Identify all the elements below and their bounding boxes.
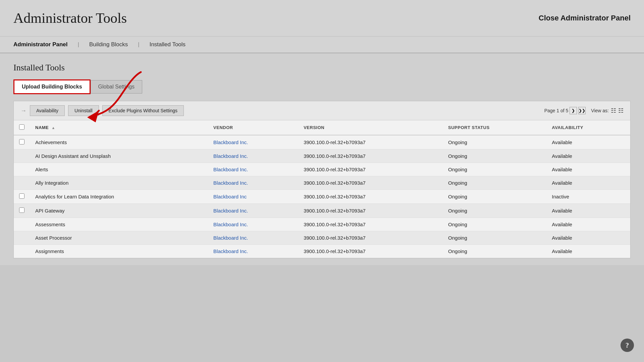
vendor-link[interactable]: Blackboard Inc: [213, 194, 247, 199]
row-availability: Available: [546, 176, 630, 190]
row-checkbox-cell: [14, 204, 30, 218]
row-vendor[interactable]: Blackboard Inc.: [208, 135, 298, 149]
close-panel-link[interactable]: Close Administrator Panel: [539, 14, 631, 22]
vendor-link[interactable]: Blackboard Inc.: [213, 153, 248, 159]
arrow-icon: →: [20, 107, 26, 114]
row-checkbox[interactable]: [19, 207, 24, 213]
page-info: Page 1 of 5: [544, 108, 569, 113]
table-container: → Availability Uninstall Exclude Plugins…: [13, 101, 631, 258]
table-header-row: NAME ▲ VENDOR VERSION SUPPORT STATUS AVA…: [14, 120, 630, 135]
exclude-plugins-button[interactable]: Exclude Plugins Without Settings: [102, 105, 184, 116]
row-name: API Gateway: [30, 204, 208, 218]
table-row: API GatewayBlackboard Inc.3900.100.0-rel…: [14, 204, 630, 218]
section-title: Installed Tools: [13, 63, 631, 73]
row-vendor[interactable]: Blackboard Inc.: [208, 245, 298, 258]
row-checkbox-cell: [14, 245, 30, 258]
table-row: AI Design Assistant and UnsplashBlackboa…: [14, 149, 630, 163]
header: Administrator Tools Close Administrator …: [0, 0, 644, 37]
view-as: View as: ☷ ☷: [591, 107, 624, 114]
col-header-vendor: VENDOR: [208, 120, 298, 135]
row-name: Ally Integration: [30, 176, 208, 190]
data-table: NAME ▲ VENDOR VERSION SUPPORT STATUS AVA…: [14, 120, 630, 258]
col-header-version: VERSION: [298, 120, 443, 135]
row-vendor[interactable]: Blackboard Inc.: [208, 176, 298, 190]
vendor-link[interactable]: Blackboard Inc.: [213, 235, 248, 241]
col-header-availability: AVAILABILITY: [546, 120, 630, 135]
row-version: 3900.100.0-rel.32+b7093a7: [298, 231, 443, 245]
select-all-checkbox[interactable]: [19, 124, 24, 130]
row-availability: Available: [546, 245, 630, 258]
breadcrumb-admin-panel[interactable]: Administrator Panel: [13, 41, 68, 48]
availability-button[interactable]: Availability: [30, 105, 65, 116]
page-next-button[interactable]: ❯: [570, 107, 577, 114]
row-checkbox-cell: [14, 218, 30, 231]
row-availability: Available: [546, 149, 630, 163]
row-availability: Inactive: [546, 190, 630, 204]
row-availability: Available: [546, 218, 630, 231]
row-vendor[interactable]: Blackboard Inc.: [208, 231, 298, 245]
toolbar-left: → Availability Uninstall Exclude Plugins…: [20, 105, 184, 116]
row-vendor[interactable]: Blackboard Inc.: [208, 204, 298, 218]
page-last-button[interactable]: ❯❯: [578, 107, 586, 114]
table-row: Asset ProcessorBlackboard Inc.3900.100.0…: [14, 231, 630, 245]
row-checkbox-cell: [14, 135, 30, 149]
row-support-status: Ongoing: [443, 163, 546, 176]
breadcrumb-sep-1: |: [78, 41, 79, 48]
upload-building-blocks-button[interactable]: Upload Building Blocks: [13, 79, 91, 94]
breadcrumb-sep-2: |: [138, 41, 139, 48]
toolbar-right: Page 1 of 5 ❯ ❯❯ View as: ☷ ☷: [544, 107, 624, 114]
row-name: AI Design Assistant and Unsplash: [30, 149, 208, 163]
page-nav: Page 1 of 5 ❯ ❯❯: [544, 107, 586, 114]
row-version: 3900.100.0-rel.32+b7093a7: [298, 135, 443, 149]
row-vendor[interactable]: Blackboard Inc: [208, 190, 298, 204]
row-vendor[interactable]: Blackboard Inc.: [208, 163, 298, 176]
row-name: Asset Processor: [30, 231, 208, 245]
uninstall-button[interactable]: Uninstall: [68, 105, 99, 116]
table-row: AssignmentsBlackboard Inc.3900.100.0-rel…: [14, 245, 630, 258]
row-name: Achievements: [30, 135, 208, 149]
vendor-link[interactable]: Blackboard Inc.: [213, 208, 248, 214]
page-title: Administrator Tools: [13, 10, 127, 26]
vendor-link[interactable]: Blackboard Inc.: [213, 180, 248, 186]
table-row: AlertsBlackboard Inc.3900.100.0-rel.32+b…: [14, 163, 630, 176]
row-name: Assessments: [30, 218, 208, 231]
row-checkbox[interactable]: [19, 139, 24, 144]
row-vendor[interactable]: Blackboard Inc.: [208, 149, 298, 163]
view-as-label: View as:: [591, 108, 609, 113]
row-availability: Available: [546, 135, 630, 149]
select-all-header: [14, 120, 30, 135]
sort-icon[interactable]: ▲: [51, 126, 55, 130]
table-row: AchievementsBlackboard Inc.3900.100.0-re…: [14, 135, 630, 149]
row-version: 3900.100.0-rel.32+b7093a7: [298, 176, 443, 190]
row-version: 3900.100.0-rel.32+b7093a7: [298, 245, 443, 258]
vendor-link[interactable]: Blackboard Inc.: [213, 139, 248, 145]
vendor-link[interactable]: Blackboard Inc.: [213, 167, 248, 172]
row-availability: Available: [546, 163, 630, 176]
grid-view-icon[interactable]: ☷: [618, 107, 624, 114]
row-support-status: Ongoing: [443, 204, 546, 218]
row-support-status: Ongoing: [443, 245, 546, 258]
vendor-link[interactable]: Blackboard Inc.: [213, 248, 248, 254]
row-checkbox[interactable]: [19, 193, 24, 199]
row-checkbox-cell: [14, 231, 30, 245]
breadcrumb-installed-tools[interactable]: Installed Tools: [150, 41, 185, 48]
row-name: Alerts: [30, 163, 208, 176]
vendor-link[interactable]: Blackboard Inc.: [213, 222, 248, 227]
row-name: Analytics for Learn Data Integration: [30, 190, 208, 204]
row-checkbox-cell: [14, 190, 30, 204]
row-name: Assignments: [30, 245, 208, 258]
breadcrumb-building-blocks[interactable]: Building Blocks: [89, 41, 128, 48]
breadcrumb: Administrator Panel | Building Blocks | …: [0, 37, 644, 53]
row-support-status: Ongoing: [443, 218, 546, 231]
list-view-icon[interactable]: ☷: [611, 107, 616, 114]
table-toolbar: → Availability Uninstall Exclude Plugins…: [14, 101, 630, 120]
col-header-support: SUPPORT STATUS: [443, 120, 546, 135]
row-support-status: Ongoing: [443, 231, 546, 245]
row-version: 3900.100.0-rel.32+b7093a7: [298, 149, 443, 163]
row-vendor[interactable]: Blackboard Inc.: [208, 218, 298, 231]
main-content: Installed Tools Upload Building Blocks G…: [0, 53, 644, 265]
help-icon[interactable]: ?: [621, 339, 634, 352]
global-settings-button[interactable]: Global Settings: [91, 80, 143, 94]
table-row: Ally IntegrationBlackboard Inc.3900.100.…: [14, 176, 630, 190]
row-version: 3900.100.0-rel.32+b7093a7: [298, 218, 443, 231]
